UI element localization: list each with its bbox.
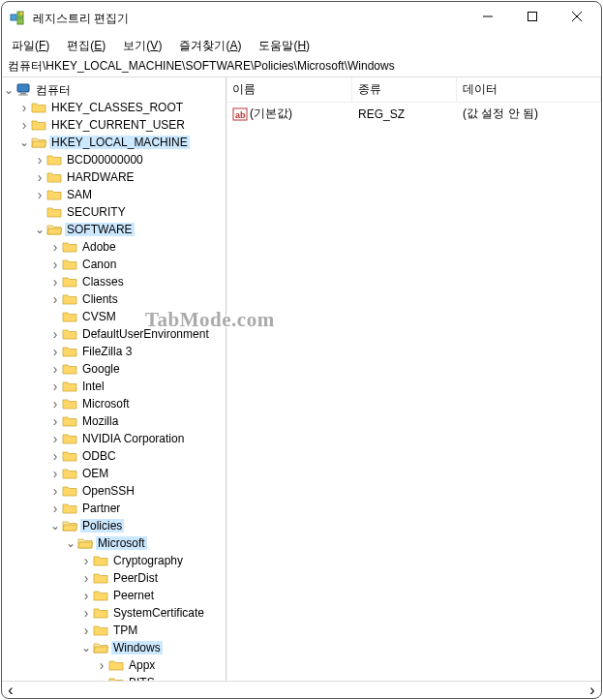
- expand-icon[interactable]: [79, 605, 93, 621]
- minimize-button[interactable]: [466, 2, 510, 31]
- expand-icon[interactable]: [48, 344, 62, 359]
- scroll-right-icon[interactable]: ›: [584, 682, 601, 699]
- folder-icon: [62, 327, 77, 341]
- menu-file[interactable]: 파일(F): [4, 37, 57, 55]
- tree-node[interactable]: OpenSSH: [48, 482, 226, 500]
- folder-icon: [62, 275, 77, 289]
- maximize-button[interactable]: [510, 2, 555, 31]
- value-name: (기본값): [250, 106, 292, 122]
- folder-icon: [62, 292, 77, 306]
- expand-icon[interactable]: [48, 326, 62, 342]
- tree-node[interactable]: Peernet: [79, 587, 226, 604]
- tree-node[interactable]: Classes: [48, 273, 226, 290]
- tree-node[interactable]: SECURITY: [33, 203, 226, 221]
- tree-node[interactable]: SAM: [33, 186, 226, 203]
- expand-icon[interactable]: [17, 100, 31, 115]
- tree-node[interactable]: OEM: [48, 465, 226, 482]
- tree-node[interactable]: NVIDIA Corporation: [48, 430, 226, 447]
- expand-icon[interactable]: [17, 117, 31, 133]
- tree-node-hklm[interactable]: HKEY_LOCAL_MACHINE: [17, 134, 226, 151]
- tree-label: Intel: [80, 380, 106, 393]
- expand-icon[interactable]: [95, 657, 108, 673]
- tree-node[interactable]: HARDWARE: [33, 168, 226, 186]
- window-controls: [466, 2, 599, 35]
- expand-icon[interactable]: [79, 570, 93, 586]
- tree-node-hkcr[interactable]: HKEY_CLASSES_ROOT: [17, 99, 226, 116]
- expand-icon[interactable]: [48, 274, 62, 289]
- values-panel: 이름 종류 데이터 (기본값) REG_SZ (값 설정 안 됨): [226, 77, 601, 681]
- tree-node[interactable]: Microsoft: [48, 395, 226, 412]
- tree-node[interactable]: Partner: [48, 500, 226, 517]
- scroll-left-icon[interactable]: ‹: [2, 682, 19, 699]
- expand-icon[interactable]: [79, 623, 93, 638]
- expand-icon[interactable]: [64, 539, 77, 547]
- tree-node[interactable]: Adobe: [48, 238, 226, 256]
- expand-icon[interactable]: [48, 483, 62, 499]
- expand-icon[interactable]: [48, 413, 62, 429]
- folder-icon: [93, 571, 108, 585]
- expand-icon[interactable]: [17, 138, 31, 146]
- tree-panel[interactable]: 컴퓨터 HKEY_CLASSES_ROOT HKEY_CURRENT_USER …: [2, 77, 226, 681]
- menu-favorites[interactable]: 즐겨찾기(A): [171, 37, 249, 55]
- tree-node[interactable]: Appx: [95, 656, 226, 674]
- list-row[interactable]: (기본값) REG_SZ (값 설정 안 됨): [226, 103, 601, 125]
- expand-icon[interactable]: [48, 501, 62, 516]
- tree-node[interactable]: CVSM: [48, 308, 226, 325]
- tree-node[interactable]: Intel: [48, 378, 226, 395]
- tree-node-windows[interactable]: Windows: [79, 639, 226, 656]
- expand-icon[interactable]: [48, 522, 62, 530]
- expand-icon[interactable]: [79, 553, 93, 568]
- tree-node[interactable]: Mozilla: [48, 412, 226, 430]
- tree-node[interactable]: PeerDist: [79, 569, 226, 587]
- tree-node-software[interactable]: SOFTWARE: [33, 221, 226, 238]
- horizontal-scrollbar[interactable]: ‹ ›: [2, 681, 601, 698]
- tree-node[interactable]: Google: [48, 360, 226, 378]
- expand-icon[interactable]: [48, 396, 62, 411]
- expand-icon[interactable]: [33, 152, 46, 167]
- folder-icon: [62, 414, 77, 428]
- expand-icon[interactable]: [48, 239, 62, 255]
- menu-edit[interactable]: 편집(E): [59, 37, 113, 55]
- tree-node[interactable]: Cryptography: [79, 552, 226, 569]
- tree-node-policies[interactable]: Policies: [48, 517, 226, 534]
- expand-icon[interactable]: [79, 644, 93, 652]
- expand-icon[interactable]: [48, 466, 62, 481]
- tree-node[interactable]: BCD00000000: [33, 151, 226, 168]
- menu-help[interactable]: 도움말(H): [251, 37, 317, 55]
- col-name[interactable]: 이름: [226, 77, 352, 102]
- expand-icon[interactable]: [33, 187, 46, 202]
- folder-icon: [46, 188, 62, 201]
- expand-icon[interactable]: [79, 588, 93, 603]
- tree-node[interactable]: Canon: [48, 256, 226, 273]
- expand-icon[interactable]: [2, 86, 15, 94]
- close-button[interactable]: [555, 2, 599, 31]
- expand-icon[interactable]: [48, 448, 62, 464]
- col-type[interactable]: 종류: [352, 77, 457, 102]
- expand-icon[interactable]: [48, 291, 62, 307]
- folder-icon: [62, 467, 77, 480]
- tree-node[interactable]: DefaultUserEnvironment: [48, 325, 226, 343]
- tree-node[interactable]: ODBC: [48, 447, 226, 465]
- tree-node-hkcu[interactable]: HKEY_CURRENT_USER: [17, 116, 226, 134]
- tree-label: TPM: [111, 624, 139, 637]
- expand-icon[interactable]: [48, 257, 62, 272]
- tree-node-microsoft[interactable]: Microsoft: [64, 534, 226, 552]
- tree-node[interactable]: TPM: [79, 622, 226, 639]
- tree-node[interactable]: BITS: [95, 674, 226, 681]
- tree-node[interactable]: Clients: [48, 290, 226, 308]
- value-type: REG_SZ: [352, 107, 457, 122]
- col-data[interactable]: 데이터: [457, 77, 601, 102]
- address-bar[interactable]: 컴퓨터\HKEY_LOCAL_MACHINE\SOFTWARE\Policies…: [2, 56, 601, 77]
- folder-icon: [62, 380, 77, 393]
- tree-label: FileZilla 3: [80, 345, 134, 358]
- expand-icon[interactable]: [33, 226, 46, 233]
- tree-label: NVIDIA Corporation: [80, 432, 186, 445]
- expand-icon[interactable]: [48, 379, 62, 394]
- tree-node[interactable]: FileZilla 3: [48, 343, 226, 360]
- expand-icon[interactable]: [33, 169, 46, 185]
- tree-node-computer[interactable]: 컴퓨터: [2, 81, 226, 99]
- tree-node[interactable]: SystemCertificate: [79, 604, 226, 622]
- expand-icon[interactable]: [48, 431, 62, 446]
- menu-view[interactable]: 보기(V): [115, 37, 169, 55]
- expand-icon[interactable]: [48, 361, 62, 377]
